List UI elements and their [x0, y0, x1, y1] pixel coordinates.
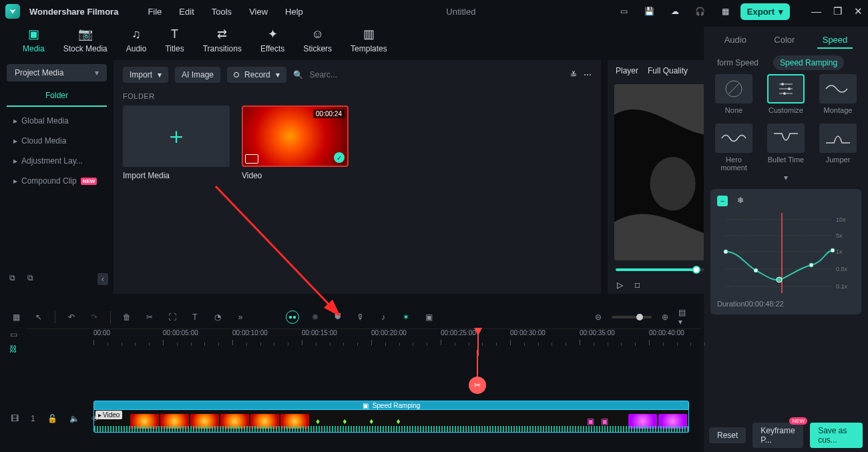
sidebar-global-media[interactable]: ▸ Global Media — [7, 111, 107, 131]
panel-tab-audio[interactable]: Audio — [719, 32, 752, 49]
menu-edit[interactable]: Edit — [179, 7, 194, 17]
menu-file[interactable]: File — [148, 7, 162, 17]
crop-icon[interactable]: ⛶ — [166, 310, 179, 324]
folder-out-icon[interactable]: ⧉ — [27, 273, 33, 285]
cut-icon[interactable]: ✂ — [143, 310, 156, 324]
pointer-icon[interactable]: ↖ — [32, 310, 45, 324]
record-dropdown[interactable]: Record ▾ — [227, 67, 286, 83]
processing-icon[interactable]: ✺ — [308, 310, 322, 324]
search-box[interactable]: 🔍 — [293, 69, 564, 80]
folder-tab[interactable]: Folder — [7, 85, 107, 107]
mic-icon[interactable]: 🎙 — [354, 310, 367, 324]
speed-tool-icon[interactable]: ◔ — [211, 310, 224, 324]
more-tools-icon[interactable]: » — [234, 310, 247, 324]
tab-stock[interactable]: 📷Stock Media — [63, 27, 107, 60]
filter-icon[interactable]: ≚ — [570, 70, 577, 79]
close-icon[interactable]: ✕ — [854, 5, 863, 17]
preset-jumper[interactable]: Jumper — [817, 124, 859, 172]
mode-uniform-speed[interactable]: form Speed — [710, 55, 765, 70]
menu-help[interactable]: Help — [285, 7, 303, 17]
ai-image-button[interactable]: AI Image — [175, 67, 220, 83]
clip-label: ▸ Video — [95, 411, 122, 419]
menu-tools[interactable]: Tools — [212, 7, 232, 17]
save-icon[interactable]: 💾 — [644, 6, 655, 17]
video-clip-card[interactable]: 00:00:24 ✓ Video — [242, 105, 349, 180]
stop-icon[interactable]: □ — [635, 280, 640, 290]
play-icon[interactable]: ▷ — [617, 280, 623, 290]
delete-icon[interactable]: 🗑 — [120, 310, 134, 324]
more-presets-icon[interactable]: ▾ — [710, 173, 861, 182]
split-marker[interactable]: ✂ — [469, 377, 486, 394]
preset-none[interactable]: None — [712, 74, 755, 114]
panel-tab-speed[interactable]: Speed — [817, 32, 853, 49]
check-icon: ✓ — [334, 152, 345, 163]
layout-icon[interactable]: ▤ ▾ — [678, 310, 692, 324]
record-dot-icon — [234, 72, 239, 77]
export-button[interactable]: Export ▾ — [740, 3, 790, 20]
project-media-button[interactable]: Project Media ▾ — [7, 64, 107, 81]
timeline-clip[interactable]: ▣Speed Ramping ▸ Video ♦♦♦♦ ▣▣ — [93, 401, 689, 433]
import-dropdown[interactable]: Import ▾ — [123, 67, 168, 83]
frame-icon[interactable]: ▣ — [422, 310, 435, 324]
app-name: Wondershare Filmora — [29, 7, 118, 17]
grid-icon[interactable]: ▦ — [9, 310, 23, 324]
search-input[interactable] — [308, 69, 349, 80]
collapse-icon[interactable]: ‹ — [97, 273, 108, 285]
preset-montage[interactable]: Montage — [817, 74, 859, 114]
reset-button[interactable]: Reset — [709, 427, 746, 443]
sidebar-compound-clip[interactable]: ▸ Compound ClipNEW — [7, 171, 107, 191]
titles-icon: T — [168, 27, 182, 41]
track-video-icon[interactable]: 🎞 — [11, 414, 19, 423]
tab-effects[interactable]: ✦Effects — [260, 27, 284, 60]
track-lock-icon[interactable]: 🔓 — [47, 414, 57, 423]
track-chain-icon[interactable]: ⛓ — [9, 345, 17, 354]
keyframe-button[interactable]: Keyframe P...NEW — [752, 423, 803, 448]
apps-icon[interactable]: ▦ — [720, 6, 731, 17]
tab-titles[interactable]: TTitles — [165, 27, 184, 60]
doc-title: Untitled — [312, 7, 610, 17]
headset-icon[interactable]: 🎧 — [695, 6, 706, 17]
ruler-tick: 00:00:05:00 — [163, 329, 198, 336]
tab-templates[interactable]: ▥Templates — [351, 27, 387, 60]
marker-icon[interactable]: ✶ — [399, 310, 413, 324]
ruler-tick: 00:00:30:00 — [510, 329, 546, 336]
zoom-slider[interactable] — [612, 316, 652, 318]
freeze-icon[interactable]: ❄ — [737, 196, 744, 206]
ramp-enable-check[interactable]: − — [717, 196, 728, 206]
sidebar-cloud-media[interactable]: ▸ Cloud Media — [7, 131, 107, 151]
speed-curve-editor[interactable]: 10x 5x 1x 0.5x 0.1x — [717, 213, 855, 293]
tab-stickers[interactable]: ☺Stickers — [303, 27, 332, 60]
ai-icon[interactable]: ●● — [286, 310, 299, 324]
chevron-down-icon: ▾ — [779, 7, 783, 17]
import-media-card[interactable]: ＋ Import Media — [123, 105, 230, 180]
mode-speed-ramping[interactable]: Speed Ramping — [773, 55, 844, 70]
zoom-in-icon[interactable]: ⊕ — [658, 310, 672, 324]
preset-bullet-time[interactable]: Bullet Time — [765, 124, 807, 172]
tab-audio[interactable]: ♫Audio — [126, 27, 147, 60]
tab-media[interactable]: ▣Media — [23, 27, 45, 60]
preset-customize[interactable]: Customize — [765, 74, 807, 114]
maximize-icon[interactable]: ❐ — [833, 5, 842, 17]
text-icon[interactable]: T — [188, 310, 202, 324]
svg-point-10 — [783, 92, 786, 95]
minimize-icon[interactable]: — — [811, 5, 821, 17]
more-icon[interactable]: ⋯ — [584, 70, 592, 79]
tab-transitions[interactable]: ⇄Transitions — [203, 27, 242, 60]
svg-text:0.5x: 0.5x — [836, 266, 848, 272]
cloud-icon[interactable]: ☁ — [670, 6, 680, 17]
device-icon[interactable]: ▭ — [619, 6, 630, 17]
timeline-ruler[interactable]: 00:0000:00:05:0000:00:10:0000:00:15:0000… — [27, 328, 701, 353]
save-custom-button[interactable]: Save as cus... — [810, 423, 863, 448]
music-icon[interactable]: ♪ — [377, 310, 390, 324]
menu-view[interactable]: View — [249, 7, 268, 17]
redo-icon[interactable]: ↷ — [87, 310, 101, 324]
zoom-out-icon[interactable]: ⊖ — [592, 310, 605, 324]
track-link-icon[interactable]: ▭ — [10, 330, 17, 339]
panel-tab-color[interactable]: Color — [769, 32, 800, 49]
track-mute-icon[interactable]: 🔈 — [69, 414, 79, 423]
sidebar-adjustment-layer[interactable]: ▸ Adjustment Lay... — [7, 151, 107, 171]
undo-icon[interactable]: ↶ — [65, 310, 78, 324]
new-folder-icon[interactable]: ⧉ — [9, 273, 15, 285]
shield-icon[interactable]: ⛊ — [331, 310, 345, 324]
preset-hero-moment[interactable]: Hero moment — [712, 124, 755, 172]
